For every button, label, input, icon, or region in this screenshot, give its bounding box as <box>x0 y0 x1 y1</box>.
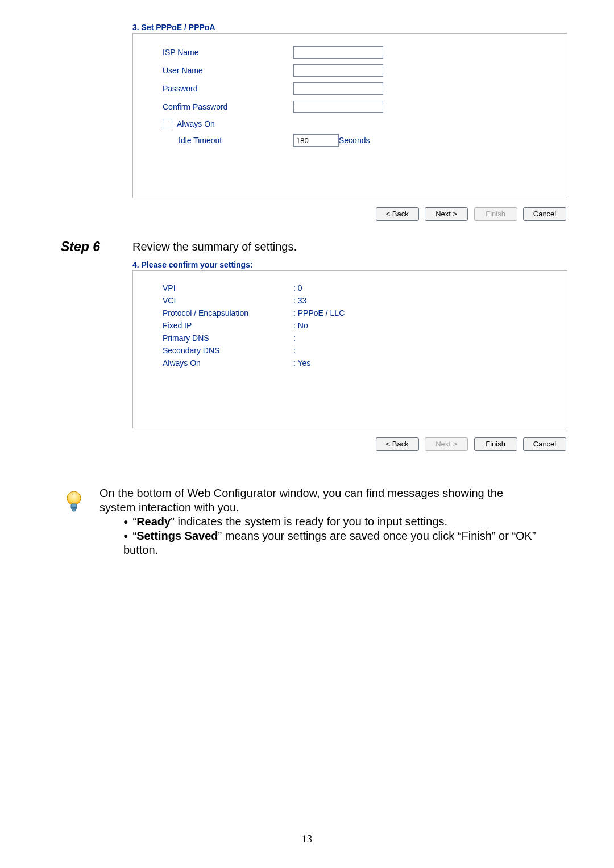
panel4-title: 4. Please confirm your settings: <box>132 260 567 269</box>
panel3-box: ISP Name User Name Password Confirm Pass… <box>132 33 567 198</box>
back-button[interactable]: < Back <box>376 437 419 451</box>
next-button: Next > <box>425 437 468 451</box>
page-number: 13 <box>0 833 614 845</box>
summary-value: : No <box>293 321 308 330</box>
summary-row: Fixed IP : No <box>163 321 550 330</box>
confirm-panel: 4. Please confirm your settings: VPI : 0… <box>132 260 567 451</box>
finish-button: Finish <box>474 207 517 221</box>
tip-bullet-2: “Settings Saved” means your settings are… <box>123 529 537 557</box>
tip-body: On the bottom of Web Configurator window… <box>99 486 537 557</box>
svg-point-0 <box>67 491 81 505</box>
row-confirm-password: Confirm Password <box>163 101 550 113</box>
svg-rect-2 <box>71 506 77 506</box>
panel4-button-row: < Back Next > Finish Cancel <box>132 437 567 451</box>
summary-value: : 33 <box>293 296 306 305</box>
password-input[interactable] <box>293 82 383 95</box>
summary-label: Secondary DNS <box>163 346 293 355</box>
step6-text: Review the summary of settings. <box>132 239 297 253</box>
panel3-button-row: < Back Next > Finish Cancel <box>132 207 567 221</box>
lightbulb-icon <box>65 491 82 514</box>
row-always-on: Always On <box>163 119 550 128</box>
pppoe-panel: 3. Set PPPoE / PPPoA ISP Name User Name … <box>132 23 567 221</box>
summary-row: Always On : Yes <box>163 358 550 368</box>
confirm-password-input[interactable] <box>293 101 383 113</box>
user-name-input[interactable] <box>293 64 383 77</box>
summary-label: VCI <box>163 296 293 305</box>
step6-row: Step 6 Review the summary of settings. <box>99 239 580 254</box>
next-button[interactable]: Next > <box>425 207 468 221</box>
panel4-box: VPI : 0 VCI : 33 Protocol / Encapsulatio… <box>132 270 567 428</box>
back-button[interactable]: < Back <box>376 207 419 221</box>
cancel-button[interactable]: Cancel <box>523 437 566 451</box>
summary-label: Protocol / Encapsulation <box>163 308 293 318</box>
summary-value: : PPPoE / LLC <box>293 308 345 318</box>
summary-value: : 0 <box>293 283 302 293</box>
idle-timeout-label: Idle Timeout <box>163 136 293 145</box>
tip-section: On the bottom of Web Configurator window… <box>65 486 580 557</box>
step6-label: Step 6 <box>61 239 132 254</box>
finish-button[interactable]: Finish <box>474 437 517 451</box>
svg-rect-1 <box>71 504 77 509</box>
summary-value: : Yes <box>293 358 310 368</box>
summary-row: Secondary DNS : <box>163 346 550 355</box>
panel3-title: 3. Set PPPoE / PPPoA <box>132 23 567 32</box>
password-label: Password <box>163 84 293 93</box>
summary-value: : <box>293 333 296 343</box>
summary-row: Protocol / Encapsulation : PPPoE / LLC <box>163 308 550 318</box>
row-idle-timeout: Idle Timeout Seconds <box>163 134 550 147</box>
always-on-label: Always On <box>177 119 215 128</box>
confirm-password-label: Confirm Password <box>163 102 293 111</box>
idle-timeout-input[interactable] <box>293 134 339 147</box>
svg-rect-4 <box>72 509 76 511</box>
row-password: Password <box>163 82 550 95</box>
summary-row: Primary DNS : <box>163 333 550 343</box>
user-name-label: User Name <box>163 66 293 75</box>
summary-value: : <box>293 346 296 355</box>
isp-name-input[interactable] <box>293 46 383 59</box>
summary-label: Always On <box>163 358 293 368</box>
row-user-name: User Name <box>163 64 550 77</box>
summary-row: VCI : 33 <box>163 296 550 305</box>
seconds-label: Seconds <box>339 136 370 145</box>
cancel-button[interactable]: Cancel <box>523 207 566 221</box>
isp-name-label: ISP Name <box>163 48 293 57</box>
summary-label: Fixed IP <box>163 321 293 330</box>
summary-row: VPI : 0 <box>163 283 550 293</box>
row-isp-name: ISP Name <box>163 46 550 59</box>
tip-intro: On the bottom of Web Configurator window… <box>99 486 537 515</box>
summary-label: Primary DNS <box>163 333 293 343</box>
always-on-checkbox[interactable] <box>163 119 172 128</box>
tip-bullet-1: “Ready” indicates the system is ready fo… <box>123 515 537 529</box>
summary-label: VPI <box>163 283 293 293</box>
svg-rect-3 <box>71 507 77 508</box>
